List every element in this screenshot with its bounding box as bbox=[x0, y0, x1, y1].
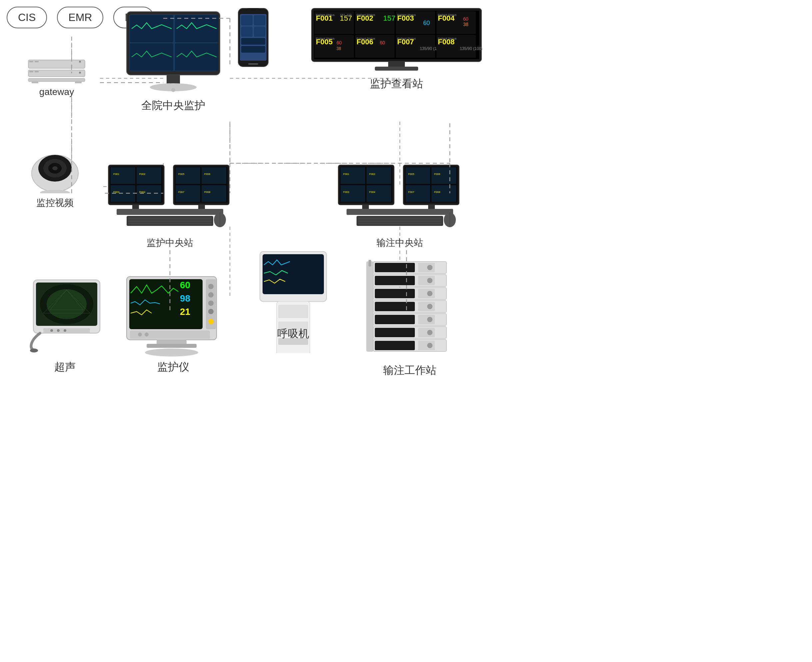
monitor-view-station-label: 监护查看站 bbox=[370, 77, 423, 91]
gateway-label: gateway bbox=[39, 87, 74, 97]
central-monitor-node: 全院中央监护 bbox=[120, 10, 227, 113]
ultrasound-icon bbox=[13, 276, 117, 357]
svg-rect-36 bbox=[254, 15, 265, 25]
svg-text:60: 60 bbox=[180, 280, 190, 290]
svg-text:F006: F006 bbox=[357, 38, 373, 46]
monitor-view-station-node: Patient Status F001 157 122 157 Patient … bbox=[310, 6, 483, 91]
emr-tag: EMR bbox=[57, 6, 103, 28]
svg-point-212 bbox=[427, 343, 433, 348]
svg-rect-134 bbox=[405, 185, 430, 202]
svg-text:F005: F005 bbox=[316, 38, 333, 46]
svg-point-167 bbox=[208, 319, 214, 324]
svg-text:F002: F002 bbox=[139, 173, 146, 175]
svg-rect-198 bbox=[375, 302, 415, 311]
svg-rect-168 bbox=[130, 331, 210, 339]
svg-rect-15 bbox=[35, 61, 39, 62]
svg-rect-141 bbox=[347, 209, 453, 215]
svg-rect-14 bbox=[29, 61, 33, 62]
svg-rect-18 bbox=[29, 71, 33, 72]
svg-text:F001: F001 bbox=[316, 14, 333, 22]
svg-rect-42 bbox=[246, 8, 260, 12]
svg-rect-94 bbox=[111, 185, 135, 202]
svg-rect-100 bbox=[132, 205, 139, 209]
surveillance-camera-node: 监控视频 bbox=[18, 143, 92, 209]
svg-point-165 bbox=[208, 300, 214, 306]
svg-rect-210 bbox=[375, 341, 415, 350]
svg-text:21: 21 bbox=[180, 307, 190, 317]
svg-rect-106 bbox=[202, 185, 226, 202]
svg-rect-133 bbox=[431, 167, 456, 184]
svg-text:F008: F008 bbox=[438, 38, 455, 46]
svg-point-169 bbox=[138, 333, 142, 336]
svg-rect-132 bbox=[405, 167, 430, 184]
svg-rect-214 bbox=[368, 260, 371, 267]
central-monitor-label: 全院中央监护 bbox=[141, 98, 205, 113]
svg-rect-105 bbox=[175, 185, 200, 202]
svg-text:60: 60 bbox=[336, 40, 342, 45]
svg-text:60: 60 bbox=[463, 16, 468, 22]
svg-rect-22 bbox=[32, 82, 38, 83]
svg-rect-35 bbox=[241, 15, 252, 25]
svg-point-200 bbox=[427, 304, 433, 309]
diagram-container: CIS EMR HIS gateway bbox=[0, 0, 812, 662]
svg-text:F001: F001 bbox=[113, 173, 120, 175]
svg-point-163 bbox=[208, 284, 214, 289]
ventilator-label: 呼吸机 bbox=[277, 326, 309, 341]
svg-point-151 bbox=[47, 289, 87, 319]
svg-rect-140 bbox=[428, 205, 435, 209]
infusion-central-station-icon: F001 F002 F003 F004 F005 F006 F007 F008 bbox=[336, 163, 463, 233]
svg-rect-124 bbox=[367, 185, 391, 202]
svg-text:F007: F007 bbox=[397, 38, 414, 46]
svg-text:F003: F003 bbox=[397, 14, 414, 22]
svg-rect-114 bbox=[128, 217, 212, 225]
svg-point-208 bbox=[427, 330, 433, 335]
infusion-central-station-label: 输注中央站 bbox=[376, 236, 423, 249]
surveillance-camera-icon bbox=[25, 143, 85, 193]
svg-rect-186 bbox=[375, 263, 415, 272]
svg-rect-172 bbox=[146, 344, 196, 348]
svg-rect-40 bbox=[241, 46, 265, 53]
monitor-central-station-node: F001 F002 F003 F004 F005 F006 F007 F008 bbox=[107, 163, 233, 249]
svg-text:F006: F006 bbox=[434, 173, 441, 175]
svg-rect-92 bbox=[111, 167, 135, 184]
infusion-workstation-icon bbox=[363, 260, 457, 360]
patient-monitor-node: 60 98 21 监护仪 bbox=[120, 273, 227, 374]
svg-rect-190 bbox=[375, 276, 415, 285]
svg-point-32 bbox=[171, 88, 175, 92]
svg-rect-112 bbox=[117, 209, 223, 215]
central-monitor-icon bbox=[120, 10, 227, 96]
svg-rect-93 bbox=[137, 167, 161, 184]
svg-text:F008: F008 bbox=[434, 191, 441, 194]
svg-rect-129 bbox=[362, 205, 369, 209]
svg-rect-23 bbox=[75, 82, 82, 83]
svg-text:F005: F005 bbox=[178, 173, 185, 175]
svg-rect-213 bbox=[367, 262, 373, 352]
svg-text:F005: F005 bbox=[408, 173, 415, 175]
gateway-icon bbox=[27, 58, 87, 83]
svg-rect-122 bbox=[367, 167, 391, 184]
svg-rect-153 bbox=[43, 328, 90, 333]
svg-rect-82 bbox=[375, 67, 418, 71]
monitor-central-station-label: 监护中央站 bbox=[146, 236, 193, 249]
svg-text:F004: F004 bbox=[139, 191, 146, 194]
svg-point-204 bbox=[427, 317, 433, 322]
monitor-central-station-icon: F001 F002 F003 F004 F005 F006 F007 F008 bbox=[107, 163, 233, 233]
svg-rect-103 bbox=[175, 167, 200, 184]
svg-rect-121 bbox=[341, 167, 365, 184]
svg-rect-175 bbox=[262, 254, 324, 294]
svg-rect-111 bbox=[198, 205, 205, 209]
ventilator-node: 呼吸机 bbox=[240, 250, 347, 341]
svg-text:F008: F008 bbox=[204, 191, 211, 194]
svg-text:98: 98 bbox=[180, 293, 190, 304]
svg-text:F003: F003 bbox=[343, 191, 349, 194]
svg-rect-202 bbox=[375, 315, 415, 324]
svg-point-188 bbox=[427, 265, 433, 270]
ultrasound-node: 超声 bbox=[10, 276, 120, 374]
svg-text:60: 60 bbox=[380, 40, 385, 45]
svg-text:F002: F002 bbox=[357, 14, 373, 22]
svg-rect-37 bbox=[241, 27, 252, 37]
svg-rect-104 bbox=[202, 167, 226, 184]
svg-text:F007: F007 bbox=[178, 191, 185, 194]
svg-rect-135 bbox=[431, 185, 456, 202]
svg-point-156 bbox=[64, 329, 66, 332]
